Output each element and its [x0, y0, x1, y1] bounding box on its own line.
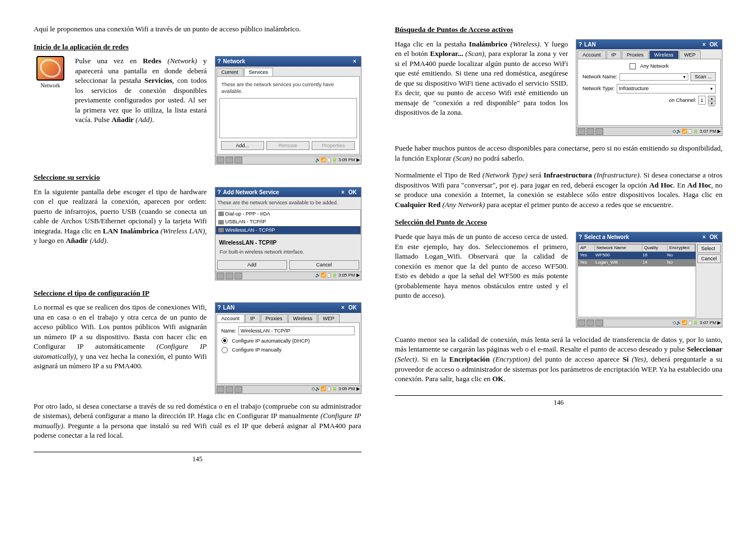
start-icon[interactable]: [217, 157, 224, 163]
section-busqueda: Haga clic en la pestaña Inalámbrico (Wir…: [395, 39, 723, 137]
tray-icons: 🔊📶📋🔋: [315, 157, 337, 163]
tab-wep[interactable]: WEP: [679, 50, 701, 59]
service-options-list[interactable]: Dial-up - PPP - IrDA USBLAN - TCP/IP Wir…: [215, 209, 361, 234]
network-icon-graphic: [36, 56, 64, 81]
network-name-combo[interactable]: ▼: [619, 73, 688, 81]
radio-dhcp[interactable]: Configure IP automatically (DHCP): [219, 336, 357, 345]
page-146: Búsqueda de Puntos de Acceso activos Hag…: [395, 17, 723, 463]
help-icon[interactable]: ?: [218, 189, 221, 196]
help-icon[interactable]: ?: [218, 304, 221, 312]
tab-ip[interactable]: IP: [607, 50, 622, 59]
para-r3: Normalmente el Tipo de Red (Network Type…: [395, 170, 723, 209]
win-titlebar: ? LAN × OK: [215, 303, 361, 313]
ok-button[interactable]: OK: [708, 41, 720, 49]
services-message: These are the network services you curre…: [219, 79, 357, 97]
heading-busqueda: Búsqueda de Puntos de Acceso activos: [395, 25, 723, 35]
services-list[interactable]: [219, 98, 357, 138]
para-2: En la siguiente pantalla debe escoger el…: [34, 187, 207, 246]
properties-button[interactable]: Properties: [312, 141, 355, 150]
channel-input[interactable]: 1: [698, 96, 706, 105]
tab-account[interactable]: Account: [577, 50, 606, 59]
intro-text: Aquí le proponemos una conexión Wifi a t…: [34, 24, 361, 34]
svc-description: For built-in wireless network interface.: [218, 246, 359, 257]
taskbar: 🔊📶📋🔋 3:05 PM▶: [215, 271, 361, 280]
name-label: Name:: [222, 327, 237, 334]
tab-proxies[interactable]: Proxies: [261, 314, 288, 322]
list-item: USBLAN - TCP/IP: [216, 218, 360, 226]
heading-inicio: Inicio de la aplicación de redes: [34, 42, 361, 52]
tab-wireless[interactable]: Wireless: [288, 314, 318, 322]
section-ip: Lo normal es que se realicen dos tipos d…: [34, 302, 361, 394]
win-titlebar: ? Network ×: [215, 57, 361, 67]
taskbar: ◇🔊📶📋🔋 3:05 PM▶: [215, 385, 361, 394]
screenshot-select-network: ? Select a Network × OK AP Network Name …: [576, 232, 722, 327]
network-icon-label: Network: [41, 82, 60, 88]
select-button[interactable]: Select: [697, 244, 721, 253]
scan-button[interactable]: Scan ...: [691, 72, 716, 81]
network-type-combo[interactable]: Infrastructure▼: [617, 84, 716, 93]
screenshot-network: ? Network × Current Services These are t…: [215, 56, 361, 165]
cancel-button[interactable]: Cancel: [289, 260, 359, 269]
tab-wireless[interactable]: Wireless: [649, 50, 679, 59]
section-network-icon: Network Pulse una vez en Redes (Network)…: [34, 56, 361, 165]
clock: 3:05 PM: [339, 157, 355, 163]
para-r5: Cuanto menor sea la calidad de conexión,…: [395, 335, 723, 384]
list-item: Dial-up - PPP - IrDA: [216, 210, 360, 218]
para-r4: Puede que haya más de un punto de acceso…: [395, 232, 569, 301]
help-icon[interactable]: ?: [579, 41, 582, 49]
remove-button[interactable]: Remove: [266, 141, 309, 150]
close-icon[interactable]: ×: [339, 189, 347, 196]
close-icon[interactable]: ×: [339, 304, 347, 312]
tab-ip[interactable]: IP: [245, 314, 260, 322]
tab-wep[interactable]: WEP: [318, 314, 340, 322]
ok-button[interactable]: OK: [708, 233, 720, 241]
keyboard-icon[interactable]: [226, 157, 233, 163]
section-servicio: En la siguiente pantalla debe escoger el…: [34, 187, 361, 280]
network-type-label: Network Type:: [583, 85, 614, 92]
table-row[interactable]: Yes WF500 18 No: [578, 252, 696, 259]
screenshot-lan-wireless: ? LAN × OK Account IP Proxies Wireless W…: [576, 39, 722, 137]
add-svc-msg: These are the network services available…: [215, 197, 361, 208]
tab-current[interactable]: Current: [217, 68, 243, 76]
ok-button[interactable]: OK: [347, 304, 359, 312]
help-icon[interactable]: ?: [579, 233, 582, 241]
tab-account[interactable]: Account: [217, 314, 245, 322]
close-icon[interactable]: ×: [351, 58, 359, 65]
para-4: Por otro lado, si desea conectarse a tra…: [34, 401, 361, 441]
network-name-label: Network Name:: [583, 73, 617, 80]
taskbar: 🔊📶📋🔋 3:05 PM ▶: [215, 156, 361, 164]
channel-spinner[interactable]: ▲▼: [708, 96, 716, 105]
para-r2: Puede haber muchos puntos de acceso disp…: [395, 143, 723, 163]
any-network-check[interactable]: Any Network: [580, 62, 718, 71]
network-app-icon: Network: [34, 56, 67, 90]
name-input[interactable]: WirelessLAN - TCP/IP: [238, 326, 354, 335]
radio-manual[interactable]: Configure IP manually: [219, 345, 357, 354]
win-titlebar: ? Select a Network × OK: [576, 232, 722, 242]
list-item: WirelessLAN - TCP/IP: [216, 226, 360, 234]
channel-label: on Channel:: [669, 97, 696, 104]
taskbar: ◇🔊📶📋🔋 3:07 PM▶: [576, 127, 722, 135]
add-button[interactable]: Add: [217, 260, 287, 269]
heading-servicio: Seleccione su servicio: [34, 172, 361, 182]
close-icon[interactable]: ×: [700, 233, 708, 241]
heading-seleccion: Selección del Punto de Acceso: [395, 217, 723, 227]
ok-button[interactable]: OK: [347, 189, 359, 196]
para-1: Pulse una vez en Redes (Network) y apare…: [75, 56, 207, 125]
tab-proxies[interactable]: Proxies: [622, 50, 649, 59]
screenshot-add-service: ? Add Network Service × OK These are the…: [215, 187, 361, 280]
cancel-button[interactable]: Cancel: [697, 254, 721, 263]
tab-services[interactable]: Services: [244, 68, 274, 76]
win-titlebar: ? Add Network Service × OK: [215, 188, 361, 198]
heading-ip-config: Seleccione el tipo de configuración IP: [34, 288, 361, 298]
win-titlebar: ? LAN × OK: [576, 40, 722, 50]
para-r1: Haga clic en la pestaña Inalámbrico (Wir…: [395, 39, 569, 118]
screenshot-lan: ? LAN × OK Account IP Proxies Wireless W…: [215, 302, 361, 394]
close-icon[interactable]: ×: [700, 41, 708, 49]
table-header: AP Network Name Quality Encrypted: [578, 244, 696, 252]
add-button[interactable]: Add...: [221, 141, 264, 150]
help-icon[interactable]: ?: [218, 58, 221, 65]
table-row[interactable]: Yes Logan_Wifi 14 No: [578, 259, 696, 266]
task-icon[interactable]: [234, 157, 242, 163]
page-145: Aquí le proponemos una conexión Wifi a t…: [34, 17, 361, 463]
taskbar: ◇🔊📶📋🔋 3:07 PM▶: [576, 318, 722, 327]
